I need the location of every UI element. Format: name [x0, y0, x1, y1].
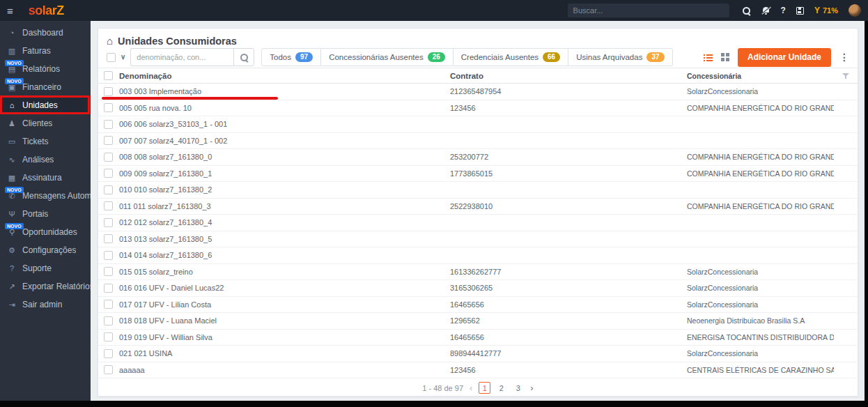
- cell-denominacao: 009 009 solarz7_161380_1: [119, 169, 450, 178]
- row-checkbox[interactable]: [104, 120, 113, 129]
- filter-tab[interactable]: Credenciais Ausentes 66: [454, 48, 568, 66]
- next-page-icon[interactable]: ›: [530, 383, 533, 392]
- sidebar-item-label: Faturas: [22, 46, 51, 56]
- notifications-muted-icon[interactable]: [761, 6, 770, 15]
- sidebar-item-suporte[interactable]: ? Suporte: [0, 259, 91, 277]
- dashboard-icon: ◔: [7, 29, 17, 37]
- row-checkbox[interactable]: [104, 332, 113, 341]
- sidebar-item-financeiro[interactable]: NOVO ▣ Financeiro: [0, 78, 91, 96]
- sidebar-item-unidades[interactable]: ⌂ Unidades: [0, 96, 91, 114]
- sidebar-item-portais[interactable]: Ψ Portais: [0, 205, 91, 223]
- sidebar-item-sair[interactable]: ⇥ Sair admin: [0, 295, 91, 314]
- filter-tab-count-badge: 26: [428, 52, 445, 62]
- row-checkbox[interactable]: [104, 349, 113, 358]
- table-row[interactable]: 005 005 rua nova. 10 123456 COMPANHIA EN…: [98, 100, 858, 117]
- sidebar-item-label: Mensagens Automát...: [22, 191, 91, 201]
- select-all-checkbox[interactable]: [107, 53, 116, 62]
- table-row[interactable]: 008 008 solarz7_161380_0 253200772 COMPA…: [98, 149, 858, 166]
- row-checkbox[interactable]: [104, 169, 113, 178]
- filter-tab[interactable]: Concessionárias Ausentes 26: [321, 48, 454, 66]
- filter-icon[interactable]: [842, 72, 849, 79]
- add-unit-button[interactable]: Adicionar Unidade: [738, 48, 831, 67]
- table-row[interactable]: aaaaaa 123456 CENTRAIS ELÉTRICAS DE CARA…: [98, 362, 858, 379]
- list-view-icon[interactable]: [704, 54, 713, 61]
- sidebar-item-analises[interactable]: ∿ Análises: [0, 151, 91, 169]
- sidebar-item-mensagens[interactable]: NOVO ✆ Mensagens Automát...: [0, 187, 91, 205]
- chevron-down-icon[interactable]: ∨: [121, 54, 125, 61]
- row-checkbox[interactable]: [104, 185, 113, 194]
- sidebar-item-label: Oportunidades: [22, 227, 77, 237]
- row-checkbox[interactable]: [104, 218, 113, 227]
- sidebar-item-dashboard[interactable]: ◔ Dashboard: [0, 24, 91, 42]
- page-button[interactable]: 1: [479, 382, 490, 394]
- row-checkbox[interactable]: [104, 234, 113, 243]
- table-row[interactable]: 006 006 solarz3_53103_1 - 001: [98, 116, 858, 133]
- global-search-input[interactable]: [568, 3, 729, 17]
- row-checkbox[interactable]: [104, 201, 113, 210]
- cell-denominacao: 015 015 solarz_treino: [119, 268, 450, 276]
- row-checkbox[interactable]: [104, 365, 113, 374]
- sidebar-item-tickets[interactable]: ▭ Tickets: [0, 132, 91, 151]
- row-checkbox[interactable]: [104, 300, 113, 309]
- sidebar-item-oportunidades[interactable]: NOVO ⚲ Oportunidades: [0, 223, 91, 241]
- row-checkbox[interactable]: [104, 103, 113, 112]
- row-checkbox[interactable]: [104, 87, 113, 96]
- grid-view-icon[interactable]: [721, 53, 729, 61]
- person-icon: ♟: [7, 119, 17, 128]
- app-window: ≡ solarZ ? Y 71% ◔ Dashboard ▥ Faturas N…: [0, 0, 868, 407]
- row-checkbox[interactable]: [104, 136, 113, 145]
- sidebar-item-label: Análises: [22, 155, 54, 164]
- cell-concessionaria: SolarzConcessionaria: [687, 284, 834, 292]
- row-checkbox[interactable]: [104, 267, 113, 276]
- sidebar-item-clientes[interactable]: ♟ Clientes: [0, 114, 91, 132]
- unit-search-button[interactable]: [233, 48, 254, 66]
- filter-tab[interactable]: Todos 97: [261, 48, 321, 66]
- row-checkbox[interactable]: [104, 153, 113, 162]
- page-button[interactable]: 3: [512, 382, 524, 394]
- user-avatar[interactable]: [848, 4, 861, 17]
- unit-search-input[interactable]: [130, 48, 233, 66]
- cell-denominacao: 019 019 UFV - Willian Silva: [119, 333, 450, 341]
- table-row[interactable]: 019 019 UFV - Willian Silva 16465656 ENE…: [98, 330, 858, 346]
- table-row[interactable]: 021 021 USINA 898944412777 SolarzConcess…: [98, 346, 858, 362]
- page-button[interactable]: 2: [495, 382, 507, 394]
- help-icon[interactable]: ?: [781, 6, 786, 15]
- table-row[interactable]: 015 015 solarz_treino 161336262777 Solar…: [98, 264, 858, 281]
- row-checkbox[interactable]: [104, 251, 113, 260]
- kebab-menu-icon[interactable]: ⋮: [839, 52, 849, 63]
- table-row[interactable]: 012 012 solarz7_161380_4: [98, 215, 858, 231]
- table-row[interactable]: 009 009 solarz7_161380_1 1773865015 COMP…: [98, 166, 858, 183]
- cell-concessionaria: COMPANHIA ENERGÉTICA DO RIO GRANDE DO NO…: [687, 202, 834, 210]
- sidebar-item-relatorios[interactable]: NOVO ▤ Relatórios: [0, 60, 91, 78]
- search-icon[interactable]: [742, 6, 751, 15]
- table-row[interactable]: 007 007 solarz4_40170_1 - 002: [98, 133, 858, 150]
- hamburger-menu-icon[interactable]: ≡: [7, 6, 13, 16]
- table-body: 003 003 Implementação 212365487954 Solar…: [98, 84, 858, 378]
- filter-tab[interactable]: Usinas Arquivadas 37: [568, 48, 672, 66]
- gamification-score[interactable]: Y 71%: [814, 6, 838, 15]
- sidebar-item-label: Dashboard: [22, 28, 63, 38]
- gear-icon: ⚙: [7, 246, 17, 255]
- table-row[interactable]: 018 018 UFV - Luana Maciel 1296562 Neoen…: [98, 313, 858, 330]
- cell-denominacao: 008 008 solarz7_161380_0: [119, 153, 450, 161]
- table-row[interactable]: 017 017 UFV - Lilian Costa 16465656 Sola…: [98, 297, 858, 314]
- table-row[interactable]: 011 011 solarz7_161380_3 2522938010 COMP…: [98, 199, 858, 215]
- table-row[interactable]: 013 013 solarz7_161380_5: [98, 231, 858, 248]
- sidebar-item-configuracoes[interactable]: ⚙ Configurações: [0, 241, 91, 259]
- table-row[interactable]: 014 014 solarz7_161380_6: [98, 247, 858, 264]
- cell-concessionaria: COMPANHIA ENERGÉTICA DO RIO GRANDE DO NO…: [687, 153, 834, 161]
- row-checkbox[interactable]: [104, 284, 113, 293]
- table-row[interactable]: 003 003 Implementação 212365487954 Solar…: [98, 84, 858, 100]
- save-icon[interactable]: [796, 7, 804, 15]
- sidebar-item-exportar[interactable]: ↗ Exportar Relatórios: [0, 277, 91, 295]
- prev-page-icon[interactable]: ‹: [470, 383, 472, 392]
- row-checkbox[interactable]: [104, 316, 113, 325]
- sidebar-item-assinatura[interactable]: ▦ Assinatura: [0, 169, 91, 187]
- header-checkbox[interactable]: [104, 71, 113, 80]
- cell-contrato: 161336262777: [450, 268, 687, 276]
- sidebar-item-faturas[interactable]: ▥ Faturas: [0, 42, 91, 60]
- novo-badge: NOVO: [5, 60, 24, 66]
- table-row[interactable]: 010 010 solarz7_161380_2: [98, 182, 858, 199]
- cell-contrato: 253200772: [450, 153, 687, 161]
- table-row[interactable]: 016 016 UFV - Daniel Lucas22 3165306265 …: [98, 280, 858, 297]
